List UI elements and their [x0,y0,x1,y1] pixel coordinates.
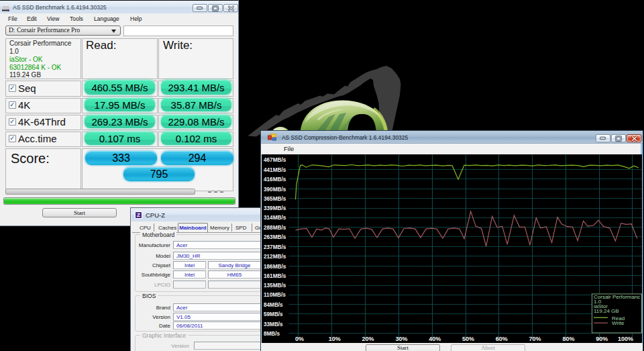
svg-text:237MB/s: 237MB/s [264,244,286,250]
svg-text:30%: 30% [395,336,407,342]
svg-text:20%: 20% [362,336,374,342]
svg-text:119.24 GB: 119.24 GB [594,308,619,314]
svg-text:288MB/s: 288MB/s [264,225,286,231]
svg-text:60%: 60% [496,336,508,342]
svg-text:365MB/s: 365MB/s [264,196,286,202]
svg-text:161MB/s: 161MB/s [264,273,286,279]
svg-text:40%: 40% [429,336,441,342]
svg-text:339MB/s: 339MB/s [264,205,286,211]
svg-text:84MB/s: 84MB/s [264,302,283,308]
svg-text:50%: 50% [462,336,474,342]
svg-text:0%: 0% [295,336,304,342]
svg-text:10%: 10% [329,336,341,342]
svg-text:70%: 70% [529,336,541,342]
svg-text:416MB/s: 416MB/s [264,177,286,183]
svg-text:263MB/s: 263MB/s [264,234,286,240]
svg-text:135MB/s: 135MB/s [264,283,286,289]
svg-text:186MB/s: 186MB/s [264,264,286,270]
svg-text:Write: Write [612,320,625,326]
svg-text:110MB/s: 110MB/s [264,292,286,298]
svg-text:90%: 90% [596,336,608,342]
svg-text:390MB/s: 390MB/s [264,187,286,193]
svg-text:212MB/s: 212MB/s [264,254,286,260]
svg-text:33MB/s: 33MB/s [264,321,283,328]
svg-text:8MB/s: 8MB/s [264,331,280,337]
svg-text:467MB/s: 467MB/s [264,157,286,163]
svg-text:100%: 100% [618,336,633,342]
svg-text:441MB/s: 441MB/s [264,167,286,173]
svg-text:314MB/s: 314MB/s [264,215,286,221]
svg-text:80%: 80% [562,336,574,342]
svg-text:59MB/s: 59MB/s [264,311,283,317]
